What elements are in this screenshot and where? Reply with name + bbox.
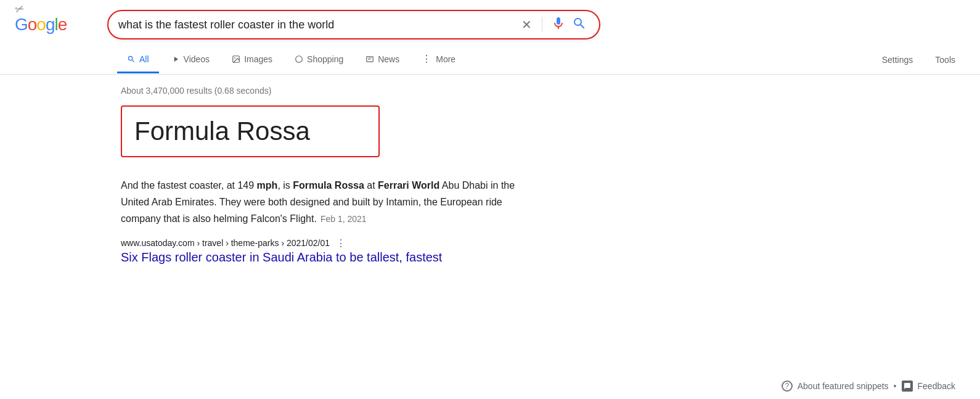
tab-shopping[interactable]: Shopping <box>285 47 353 73</box>
logo-e: e <box>58 15 67 34</box>
svg-rect-2 <box>367 56 374 61</box>
tab-images-label: Images <box>244 54 272 64</box>
logo-g: G <box>15 15 28 34</box>
logo-o1: o <box>28 15 37 34</box>
more-dots-icon: ⋮ <box>422 53 432 65</box>
svg-point-1 <box>234 57 235 59</box>
feedback-icon <box>902 380 913 392</box>
main-content: About 3,470,000 results (0.68 seconds) F… <box>0 75 555 279</box>
tab-more[interactable]: ⋮ More <box>412 46 465 74</box>
results-count: About 3,470,000 results (0.68 seconds) <box>121 86 540 96</box>
news-tab-icon <box>365 55 374 64</box>
feedback-label[interactable]: Feedback <box>918 381 955 391</box>
images-tab-icon <box>232 55 240 64</box>
tab-news-label: News <box>378 54 399 64</box>
about-snippets-icon[interactable]: ? <box>782 380 793 392</box>
result-link[interactable]: Six Flags roller coaster in Saudi Arabia… <box>121 250 540 265</box>
snippet-description: And the fastest coaster, at 149 mph, is … <box>121 177 540 228</box>
result-url-row: www.usatoday.com › travel › theme-parks … <box>121 237 540 249</box>
settings-link[interactable]: Settings <box>872 47 923 72</box>
result-more-icon[interactable]: ⋮ <box>336 237 346 249</box>
search-go-icon <box>572 16 587 31</box>
tab-all-label: All <box>139 54 149 64</box>
nav-bar: All Videos Images Shopping News ⋮ More S… <box>0 46 980 75</box>
search-input[interactable] <box>118 19 517 31</box>
snippet-bold-mph: mph <box>257 180 278 191</box>
tab-videos[interactable]: Videos <box>161 47 220 73</box>
snippet-desc-before: And the fastest coaster, at 149 <box>121 180 257 191</box>
mic-icon <box>551 16 566 31</box>
video-tab-icon <box>171 55 180 64</box>
snippet-bold-ferrari: Ferrari World <box>378 180 439 191</box>
header: ✂ Google ✕ <box>0 0 980 46</box>
mic-button[interactable] <box>547 16 570 33</box>
tab-more-label: More <box>436 54 455 64</box>
google-logo: Google <box>15 15 67 35</box>
result-url: www.usatoday.com › travel › theme-parks … <box>121 238 330 248</box>
search-bar[interactable]: ✕ <box>107 10 600 39</box>
snippet-bold-formula: Formula Rossa <box>293 180 364 191</box>
nav-settings-group: Settings Tools <box>872 47 965 72</box>
tab-all[interactable]: All <box>117 47 159 73</box>
snippet-desc-middle: , is <box>277 180 293 191</box>
snippet-date: Feb 1, 2021 <box>321 214 367 224</box>
result-item: www.usatoday.com › travel › theme-parks … <box>121 237 540 265</box>
search-tab-icon <box>127 55 136 64</box>
tab-images[interactable]: Images <box>222 47 282 73</box>
snippet-title: Formula Rossa <box>134 117 366 146</box>
search-divider <box>542 17 542 32</box>
snippet-desc-at: at <box>364 180 378 191</box>
shopping-tab-icon <box>295 55 303 64</box>
clear-icon[interactable]: ✕ <box>517 17 537 32</box>
logo-g2: g <box>46 15 55 34</box>
footer-dot: • <box>894 381 897 391</box>
logo-area: Google <box>15 15 95 35</box>
tools-link[interactable]: Tools <box>925 47 965 72</box>
footer-bar: ? About featured snippets • Feedback <box>757 373 980 399</box>
tab-news[interactable]: News <box>356 47 409 73</box>
logo-o2: o <box>36 15 46 34</box>
tab-shopping-label: Shopping <box>307 54 343 64</box>
tab-videos-label: Videos <box>184 54 210 64</box>
search-button[interactable] <box>570 16 589 33</box>
featured-snippet: Formula Rossa <box>121 105 380 157</box>
about-snippets-label[interactable]: About featured snippets <box>798 381 889 391</box>
